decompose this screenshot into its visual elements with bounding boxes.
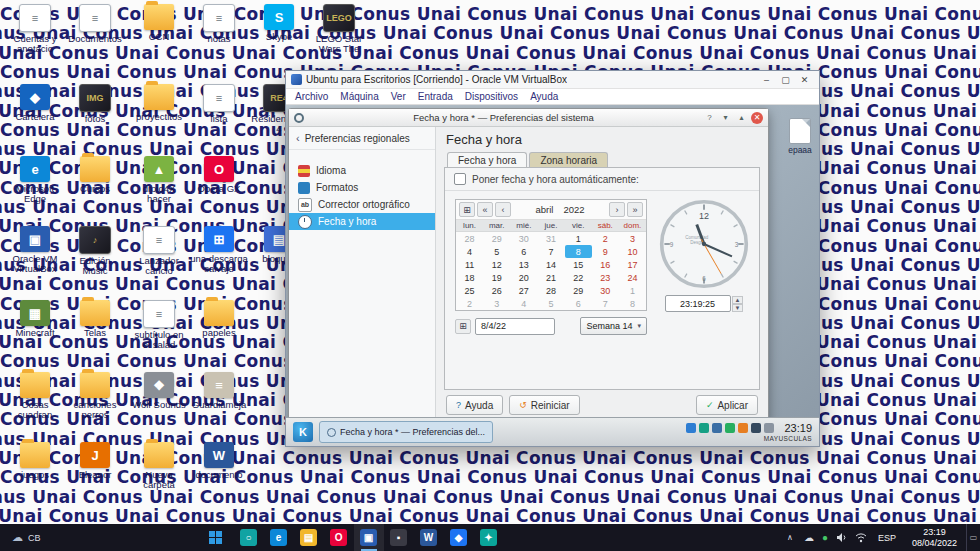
sidebar-back-button[interactable]: ‹ Preferencias regionales <box>289 127 435 150</box>
minimize-icon[interactable]: – <box>757 75 776 85</box>
desktop-icon-cuentas[interactable]: ≡Cuentas y anotacio <box>6 4 64 55</box>
taskbar-app-opera-gx[interactable]: O <box>324 524 354 551</box>
bluetooth-icon[interactable] <box>751 423 761 433</box>
calendar-day[interactable]: 4 <box>510 297 537 310</box>
kde-titlebar[interactable]: Fecha y hora * — Preferencias del sistem… <box>289 109 768 127</box>
calendar-day[interactable]: 17 <box>619 258 646 271</box>
calendar-day[interactable]: 9 <box>592 245 619 258</box>
calendar-day[interactable]: 1 <box>565 232 592 245</box>
desktop-icon-microsoft-edge[interactable]: eMicrosoft Edge <box>6 156 64 205</box>
calendar-day[interactable]: 16 <box>592 258 619 271</box>
desktop-icon-skype[interactable]: SSkype <box>250 4 308 42</box>
desktop-icon-canciones-perros[interactable]: canciones perros <box>66 372 124 421</box>
volume-icon[interactable] <box>699 423 709 433</box>
desktop-icon-lista[interactable]: ≡lista <box>190 84 248 124</box>
language-indicator[interactable]: ESP <box>871 533 903 543</box>
apply-button[interactable]: ✓ Aplicar <box>696 395 758 415</box>
calendar-day[interactable]: 18 <box>456 271 483 284</box>
menu-item-dispositivos[interactable]: Dispositivos <box>459 91 524 102</box>
show-hidden-icons-icon[interactable]: ∧ <box>780 533 800 542</box>
spin-down-icon[interactable]: ▼ <box>732 304 744 312</box>
reset-button[interactable]: ↺ Reiniciar <box>509 395 579 415</box>
taskbar-clock[interactable]: 23:19 08/04/2022 <box>903 527 966 549</box>
calendar-day[interactable]: 8 <box>565 245 592 258</box>
calendar-month[interactable]: abril <box>531 204 557 215</box>
app-launcher-icon[interactable]: K <box>293 422 313 442</box>
calendar-day[interactable]: 2 <box>456 297 483 310</box>
calendar-year[interactable]: 2022 <box>559 204 588 215</box>
desktop-icon-opera-gx[interactable]: OOpera GX <box>190 156 248 194</box>
calendar-grid-icon[interactable]: ⊞ <box>459 202 475 217</box>
network-icon[interactable] <box>851 532 871 543</box>
desktop-icon-eleanor[interactable]: JEleanor <box>66 442 124 480</box>
start-button[interactable] <box>198 524 234 551</box>
taskbar-app-app-dark[interactable]: ▪ <box>384 524 414 551</box>
menu-item-ver[interactable]: Ver <box>385 91 412 102</box>
date-field[interactable]: 8/4/22 <box>475 318 555 335</box>
desktop-icon-lego-star-wars[interactable]: LEGOLEGO Star Wars The Skywalker <box>310 4 368 56</box>
calendar-day[interactable]: 28 <box>456 232 483 245</box>
calendar-day[interactable]: 21 <box>537 271 564 284</box>
notification-center-icon[interactable]: ▭ <box>966 524 980 551</box>
desktop-icon-descarga-salvaje[interactable]: ⊞una descarga salvaje <box>190 226 248 275</box>
calendar-day[interactable]: 13 <box>510 258 537 271</box>
taskbar-app-word[interactable]: W <box>414 524 444 551</box>
auto-datetime-checkbox[interactable] <box>454 173 466 185</box>
time-spinner[interactable]: ▲ ▼ <box>732 296 744 312</box>
calendar-day[interactable]: 8 <box>619 297 646 310</box>
taskbar-app-edge[interactable]: e <box>264 524 294 551</box>
calendar-day[interactable]: 20 <box>510 271 537 284</box>
desktop-icon-juegos[interactable]: juegos <box>6 442 64 480</box>
calendar-day[interactable]: 31 <box>537 232 564 245</box>
time-field[interactable]: 23:19:25 <box>665 295 731 312</box>
desktop-icon-cursos[interactable]: Cursos <box>66 156 124 194</box>
onedrive-icon[interactable]: ☁ <box>800 532 818 543</box>
week-select[interactable]: Semana 14 ▾ <box>580 317 647 335</box>
calendar-day[interactable]: 14 <box>537 258 564 271</box>
desktop-icon-guardiameja[interactable]: ≡Guardiameja <box>190 372 248 410</box>
desktop-icon-nueva-carpeta[interactable]: Nueva carpeta <box>130 442 188 491</box>
speaker-icon[interactable] <box>832 532 851 543</box>
desktop-icon-word-doc[interactable]: Wdocumento <box>190 442 248 480</box>
desktop-icon-cartelera[interactable]: ◆Cartelera <box>6 84 64 122</box>
next-year-icon[interactable]: » <box>627 202 643 217</box>
desktop-icon-documentos[interactable]: ≡Documentos <box>66 4 124 44</box>
calendar-day[interactable]: 6 <box>565 297 592 310</box>
desktop-icon-telas[interactable]: Telas <box>66 300 124 338</box>
taskbar-app-virtualbox[interactable]: ▣ <box>354 524 384 551</box>
taskbar-app-app-blue[interactable]: ◆ <box>444 524 474 551</box>
menu-item-archivo[interactable]: Archivo <box>289 91 334 102</box>
panel-clock[interactable]: 23:19 <box>784 422 812 434</box>
calendar-day[interactable]: 30 <box>592 284 619 297</box>
calendar-day[interactable]: 7 <box>537 245 564 258</box>
virtualbox-titlebar[interactable]: Ubuntu para Escritorios [Corriendo] - Or… <box>286 71 819 89</box>
network-icon[interactable] <box>686 423 696 433</box>
minimize-icon[interactable]: ▾ <box>719 112 732 124</box>
desktop-icon-cosas-cuadran[interactable]: Cosas cuadran <box>6 372 64 421</box>
vm-desktop-icon-epaaa[interactable]: epaaa <box>782 118 818 155</box>
tab-zona-horaria[interactable]: Zona horaria <box>529 152 608 167</box>
desktop-icon-proyectitos[interactable]: proyectitos <box>130 84 188 122</box>
menu-item-máquina[interactable]: Máquina <box>334 91 384 102</box>
taskbar-app-app-teal[interactable]: ✦ <box>474 524 504 551</box>
calendar-day[interactable]: 28 <box>537 284 564 297</box>
date-picker-icon[interactable]: ⊞ <box>455 319 471 334</box>
updates-icon[interactable] <box>725 423 735 433</box>
calendar-day[interactable]: 5 <box>483 245 510 258</box>
calendar-day[interactable]: 29 <box>565 284 592 297</box>
help-button[interactable]: ? Ayuda <box>446 395 503 415</box>
calendar-day[interactable]: 10 <box>619 245 646 258</box>
next-month-icon[interactable]: › <box>609 202 625 217</box>
desktop-icon-notas[interactable]: ≡notas <box>190 4 248 44</box>
sidebar-item-fmt[interactable]: Formatos <box>289 179 435 196</box>
calendar-day[interactable]: 6 <box>510 245 537 258</box>
menu-item-entrada[interactable]: Entrada <box>412 91 459 102</box>
calendar-day[interactable]: 5 <box>537 297 564 310</box>
keyboard-icon[interactable] <box>764 423 774 433</box>
prev-year-icon[interactable]: « <box>477 202 493 217</box>
menu-item-ayuda[interactable]: Ayuda <box>524 91 564 102</box>
calendar-day[interactable]: 26 <box>483 284 510 297</box>
calendar-day[interactable]: 27 <box>510 284 537 297</box>
calendar-day[interactable]: 1 <box>619 284 646 297</box>
calendar-day[interactable]: 7 <box>592 297 619 310</box>
